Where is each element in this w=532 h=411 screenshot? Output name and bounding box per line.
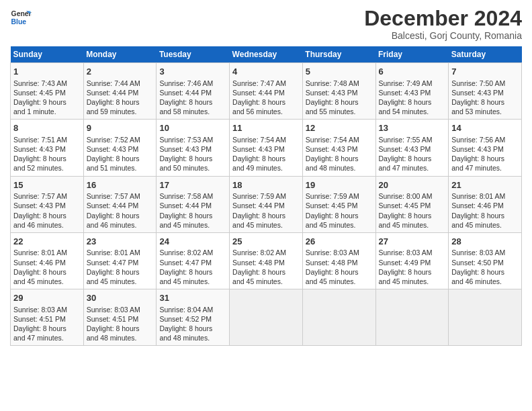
day-info-line: Sunset: 4:46 PM: [451, 201, 519, 210]
day-info-line: Daylight: 8 hours: [451, 154, 519, 163]
day-info-line: and 45 minutes.: [379, 220, 446, 230]
calendar-cell: 12Sunrise: 7:54 AMSunset: 4:43 PMDayligh…: [302, 120, 375, 176]
day-number: 15: [13, 179, 81, 191]
day-info-line: Sunrise: 8:03 AM: [306, 248, 373, 257]
day-info-line: Sunrise: 7:46 AM: [159, 79, 226, 88]
day-info-line: Sunset: 4:43 PM: [451, 88, 519, 97]
day-info-line: and 47 minutes.: [379, 163, 446, 173]
day-info-line: Daylight: 8 hours: [159, 97, 226, 107]
header-cell-thursday: Thursday: [302, 46, 375, 63]
day-info-line: Sunset: 4:48 PM: [232, 258, 300, 267]
calendar-cell: 1Sunrise: 7:43 AMSunset: 4:45 PMDaylight…: [11, 63, 84, 120]
day-info-line: Sunset: 4:51 PM: [13, 314, 81, 324]
calendar-cell: 20Sunrise: 8:00 AMSunset: 4:45 PMDayligh…: [375, 176, 449, 232]
day-info-line: Sunset: 4:43 PM: [232, 144, 300, 154]
day-info-line: Sunset: 4:44 PM: [87, 88, 154, 97]
calendar-cell: 3Sunrise: 7:46 AMSunset: 4:44 PMDaylight…: [157, 63, 230, 120]
day-info-line: Sunrise: 7:56 AM: [451, 135, 519, 144]
day-info-line: Daylight: 8 hours: [306, 154, 373, 163]
day-number: 30: [87, 292, 154, 304]
day-info-line: and 47 minutes.: [13, 333, 81, 342]
week-row-5: 29Sunrise: 8:03 AMSunset: 4:51 PMDayligh…: [11, 289, 522, 346]
header-cell-monday: Monday: [83, 46, 157, 63]
day-info-line: Sunset: 4:43 PM: [13, 144, 81, 154]
day-info-line: Sunset: 4:49 PM: [379, 258, 446, 267]
calendar-cell: 14Sunrise: 7:56 AMSunset: 4:43 PMDayligh…: [449, 120, 522, 176]
day-number: 2: [87, 66, 154, 78]
day-info-line: Sunset: 4:43 PM: [451, 144, 519, 154]
day-info-line: Sunset: 4:43 PM: [13, 201, 81, 210]
day-info-line: Sunset: 4:50 PM: [451, 258, 519, 267]
day-info-line: and 46 minutes.: [87, 220, 154, 230]
day-info-line: Sunset: 4:51 PM: [87, 314, 154, 324]
day-info-line: Sunrise: 7:55 AM: [379, 135, 446, 144]
day-number: 10: [159, 122, 226, 134]
day-number: 20: [379, 179, 446, 191]
logo: General Blue: [10, 7, 32, 28]
day-info-line: and 45 minutes.: [306, 277, 373, 286]
day-info-line: Sunset: 4:43 PM: [306, 88, 373, 97]
svg-text:Blue: Blue: [11, 18, 27, 26]
calendar-cell: 8Sunrise: 7:51 AMSunset: 4:43 PMDaylight…: [11, 120, 84, 176]
day-number: 3: [159, 66, 226, 78]
day-info-line: and 45 minutes.: [451, 220, 519, 230]
day-info-line: and 51 minutes.: [87, 163, 154, 173]
day-info-line: and 45 minutes.: [13, 277, 81, 286]
day-info-line: Sunrise: 8:01 AM: [13, 248, 81, 257]
calendar-cell: 28Sunrise: 8:03 AMSunset: 4:50 PMDayligh…: [449, 232, 522, 289]
day-number: 11: [232, 122, 300, 134]
day-info-line: and 52 minutes.: [13, 163, 81, 173]
day-info-line: Sunset: 4:46 PM: [13, 258, 81, 267]
calendar-cell: 18Sunrise: 7:59 AMSunset: 4:44 PMDayligh…: [230, 176, 303, 232]
day-info-line: Sunrise: 7:52 AM: [87, 135, 154, 144]
day-info-line: Sunset: 4:45 PM: [306, 201, 373, 210]
day-info-line: and 59 minutes.: [87, 107, 154, 116]
day-info-line: and 58 minutes.: [159, 107, 226, 116]
day-info-line: Sunset: 4:43 PM: [87, 144, 154, 154]
calendar-cell: 7Sunrise: 7:50 AMSunset: 4:43 PMDaylight…: [449, 63, 522, 120]
day-info-line: Sunrise: 8:03 AM: [87, 305, 154, 314]
day-number: 22: [13, 236, 81, 248]
week-row-1: 1Sunrise: 7:43 AMSunset: 4:45 PMDaylight…: [11, 63, 522, 120]
day-info-line: Daylight: 8 hours: [13, 211, 81, 220]
day-info-line: Sunset: 4:44 PM: [232, 88, 300, 97]
day-number: 13: [379, 122, 446, 134]
header-cell-saturday: Saturday: [449, 46, 522, 63]
day-info-line: Sunrise: 8:02 AM: [159, 248, 226, 257]
day-info-line: Sunrise: 8:03 AM: [451, 248, 519, 257]
day-info-line: and 46 minutes.: [13, 220, 81, 230]
day-number: 23: [87, 236, 154, 248]
calendar-cell: 21Sunrise: 8:01 AMSunset: 4:46 PMDayligh…: [449, 176, 522, 232]
day-info-line: and 48 minutes.: [87, 333, 154, 342]
day-info-line: Daylight: 8 hours: [87, 324, 154, 333]
calendar-cell: 19Sunrise: 7:59 AMSunset: 4:45 PMDayligh…: [302, 176, 375, 232]
day-info-line: Sunrise: 7:58 AM: [159, 191, 226, 201]
day-number: 28: [451, 236, 519, 248]
day-info-line: and 49 minutes.: [232, 163, 300, 173]
day-info-line: Sunset: 4:43 PM: [159, 144, 226, 154]
day-number: 31: [159, 292, 226, 304]
day-info-line: Sunset: 4:43 PM: [379, 144, 446, 154]
title-block: December 2024 Balcesti, Gorj County, Rom…: [364, 7, 522, 41]
calendar-cell: 15Sunrise: 7:57 AMSunset: 4:43 PMDayligh…: [11, 176, 84, 232]
subtitle: Balcesti, Gorj County, Romania: [364, 30, 522, 41]
day-number: 4: [232, 66, 300, 78]
day-info-line: Daylight: 8 hours: [451, 267, 519, 277]
day-info-line: Daylight: 8 hours: [159, 154, 226, 163]
day-number: 25: [232, 236, 300, 248]
day-info-line: Daylight: 8 hours: [379, 154, 446, 163]
day-info-line: Daylight: 8 hours: [159, 324, 226, 333]
day-info-line: Daylight: 8 hours: [232, 154, 300, 163]
calendar-cell: 10Sunrise: 7:53 AMSunset: 4:43 PMDayligh…: [157, 120, 230, 176]
day-info-line: and 48 minutes.: [159, 333, 226, 342]
calendar-cell: [302, 289, 375, 346]
calendar-cell: [449, 289, 522, 346]
day-info-line: Daylight: 8 hours: [87, 154, 154, 163]
calendar-cell: 30Sunrise: 8:03 AMSunset: 4:51 PMDayligh…: [83, 289, 157, 346]
day-info-line: Sunset: 4:44 PM: [87, 201, 154, 210]
calendar-cell: [230, 289, 303, 346]
day-info-line: Sunset: 4:45 PM: [379, 201, 446, 210]
day-info-line: and 45 minutes.: [87, 277, 154, 286]
calendar-cell: 6Sunrise: 7:49 AMSunset: 4:43 PMDaylight…: [375, 63, 449, 120]
day-info-line: Daylight: 8 hours: [159, 211, 226, 220]
